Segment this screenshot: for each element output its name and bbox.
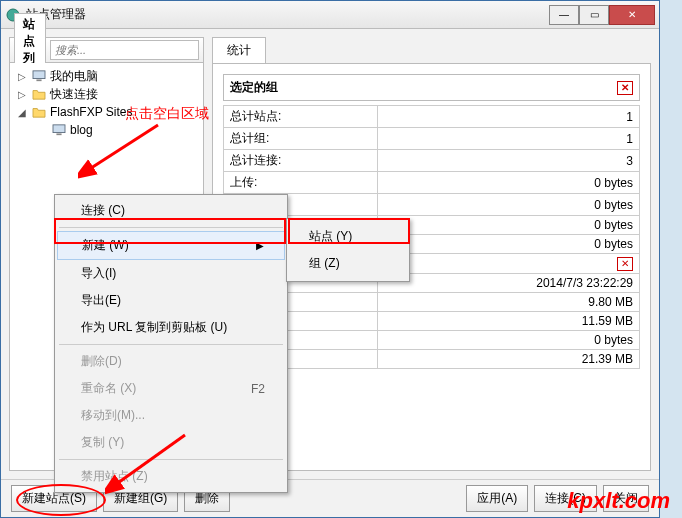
menu-delete: 删除(D)	[57, 348, 285, 375]
table-row: 上传:0 bytes	[224, 172, 640, 194]
tree-label: FlashFXP Sites	[50, 105, 132, 119]
menu-export[interactable]: 导出(E)	[57, 287, 285, 314]
menu-copy: 复制 (Y)	[57, 429, 285, 456]
left-header: 站点列表	[9, 37, 204, 63]
submenu-group[interactable]: 组 (Z)	[289, 250, 407, 277]
table-row: 总计组:1	[224, 128, 640, 150]
svg-rect-1	[33, 71, 45, 79]
chevron-right-icon: ▶	[256, 240, 264, 251]
tree-label: 快速连接	[50, 86, 98, 103]
submenu-site[interactable]: 站点 (Y)	[289, 223, 407, 250]
group-title-bar: 选定的组 ✕	[223, 74, 640, 101]
svg-rect-2	[36, 79, 41, 81]
close-button[interactable]: ✕	[609, 5, 655, 25]
menu-import[interactable]: 导入(I)	[57, 260, 285, 287]
apply-button[interactable]: 应用(A)	[466, 485, 528, 512]
group-title: 选定的组	[230, 79, 278, 96]
svg-rect-4	[56, 133, 61, 135]
menu-new[interactable]: 新建 (W)▶	[57, 231, 285, 260]
titlebar: 站点管理器 — ▭ ✕	[1, 1, 659, 29]
menu-rename: 重命名 (X)F2	[57, 375, 285, 402]
tree-item-flashfxp-sites[interactable]: ◢ FlashFXP Sites	[12, 103, 201, 121]
menu-connect[interactable]: 连接 (C)	[57, 197, 285, 224]
window-title: 站点管理器	[26, 6, 549, 23]
menu-copy-url[interactable]: 作为 URL 复制到剪贴板 (U)	[57, 314, 285, 341]
maximize-button[interactable]: ▭	[579, 5, 609, 25]
context-menu: 连接 (C) 新建 (W)▶ 导入(I) 导出(E) 作为 URL 复制到剪贴板…	[54, 194, 288, 493]
delete-icon[interactable]: ✕	[617, 257, 633, 271]
tree-label: 我的电脑	[50, 68, 98, 85]
minimize-button[interactable]: —	[549, 5, 579, 25]
tree-item-mycomputer[interactable]: ▷ 我的电脑	[12, 67, 201, 85]
tree-item-quickconnect[interactable]: ▷ 快速连接	[12, 85, 201, 103]
tab-stats[interactable]: 统计	[212, 37, 266, 63]
table-row: 总计站点:1	[224, 106, 640, 128]
search-input[interactable]	[50, 40, 199, 60]
menu-move: 移动到(M)...	[57, 402, 285, 429]
watermark: kpxlt.com	[567, 488, 670, 514]
svg-rect-3	[53, 125, 65, 133]
tree-label: blog	[70, 123, 93, 137]
submenu-new: 站点 (Y) 组 (Z)	[286, 218, 410, 282]
table-row: 总计连接:3	[224, 150, 640, 172]
menu-disable-site: 禁用站点 (Z)	[57, 463, 285, 490]
tabs: 统计	[212, 37, 651, 63]
tree-item-blog[interactable]: blog	[12, 121, 201, 139]
delete-group-icon[interactable]: ✕	[617, 81, 633, 95]
